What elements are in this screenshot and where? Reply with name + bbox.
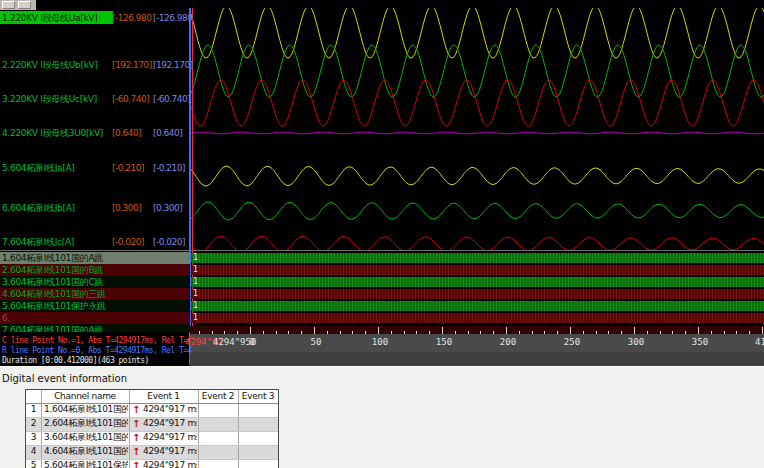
waveform-trace bbox=[190, 132, 764, 134]
table-grid-hline bbox=[26, 459, 278, 460]
analog-channel-label[interactable]: 4.220KV I段母线3U0[kV] bbox=[2, 128, 112, 139]
table-grid-vline bbox=[238, 390, 239, 468]
table-cell-channel-name: 3.604柘泉I线101国的C跳 bbox=[44, 431, 128, 444]
event-rise-arrow-icon: ↑ bbox=[132, 459, 142, 468]
time-axis-label: 100 bbox=[370, 336, 390, 348]
table-grid-vline bbox=[129, 390, 130, 468]
table-cell-event1: 4294"917 ms bbox=[143, 445, 197, 458]
analog-channel-value-instant: [-60.740] bbox=[112, 94, 153, 105]
analog-channel-label[interactable]: 3.220KV I段母线Uc[kV] bbox=[2, 94, 112, 105]
table-header-event2: Event 2 bbox=[198, 390, 238, 403]
time-axis-label: 350 bbox=[690, 336, 710, 348]
time-axis-band: 4294"91 4294"950 05010015020025030035041 bbox=[190, 334, 764, 352]
table-cell-row-number: 4 bbox=[26, 445, 41, 458]
ruler-tick bbox=[762, 327, 763, 334]
table-grid-vline bbox=[41, 390, 42, 468]
digital-channel-bar: 1 bbox=[191, 313, 764, 323]
analog-channel-value-cursor: [0.300] bbox=[153, 203, 193, 214]
waveform-trace bbox=[190, 80, 764, 126]
ruler-tick bbox=[250, 327, 251, 334]
analog-channel-value-instant: [-0.020] bbox=[112, 237, 153, 248]
analog-channel-value-instant: [192.170] bbox=[112, 60, 153, 71]
table-cell-channel-name: 5.604柘泉I线101保护永跳 bbox=[44, 459, 128, 468]
table-cell-channel-name: 4.604柘泉I线101国的三跳 bbox=[44, 445, 128, 458]
digital-event-panel: Digital event information Channel nameEv… bbox=[0, 366, 764, 468]
digital-channel-label-clipped[interactable]: 7.604柘泉I线101国的A跳 bbox=[0, 324, 190, 332]
table-row[interactable]: 55.604柘泉I线101保护永跳↑4294"917 ms bbox=[26, 459, 278, 468]
digital-channel-label[interactable]: 1.604柘泉I线101国的A跳 bbox=[0, 252, 190, 264]
waveform-trace bbox=[190, 166, 764, 186]
fault-recorder-window: 4294"91 4294"950 05010015020025030035041… bbox=[0, 0, 764, 468]
analog-channel-value-instant: [0.640] bbox=[112, 128, 153, 139]
table-cell-event1: 4294"917 ms bbox=[143, 403, 197, 416]
duration-status: Duration [0:00.412000](463 points) bbox=[2, 356, 191, 366]
table-cell-row-number: 2 bbox=[26, 417, 41, 430]
c-cursor-status: C line Point No.=1, Abs T=4294917ms, Rel… bbox=[2, 336, 191, 346]
r-cursor-status: R line Point No.=0, Abs T=4294917ms, Rel… bbox=[2, 346, 191, 356]
window-button-2[interactable] bbox=[18, 1, 31, 9]
digital-event-table: Channel nameEvent 1Event 2Event 311.604柘… bbox=[25, 389, 279, 468]
analog-channel-value-instant: [-0.210] bbox=[112, 163, 153, 174]
digital-channel-label[interactable]: 4.604柘泉I线101国的三跳 bbox=[0, 288, 190, 300]
analog-channel-value-cursor: [192.170] bbox=[153, 60, 193, 71]
digital-channel-label[interactable]: 2.604柘泉I线101国的B跳 bbox=[0, 264, 190, 276]
analog-channel-value-cursor: [-0.020] bbox=[153, 237, 193, 248]
table-row[interactable]: 22.604柘泉I线101国的B跳↑4294"917 ms bbox=[26, 417, 278, 431]
digital-channel-label[interactable]: 5.604柘泉I线101保护永跳 bbox=[0, 300, 190, 312]
digital-channel-label[interactable]: 3.604柘泉I线101国的C跳 bbox=[0, 276, 190, 288]
table-grid-hline bbox=[26, 417, 278, 418]
table-cell-event1: 4294"917 ms bbox=[143, 417, 197, 430]
table-grid-hline bbox=[26, 431, 278, 432]
event-rise-arrow-icon: ↑ bbox=[132, 403, 142, 416]
time-axis-label: 50 bbox=[306, 336, 326, 348]
window-button-1[interactable] bbox=[2, 1, 15, 9]
analog-waveform-plot bbox=[190, 8, 764, 250]
digital-event-panel-title: Digital event information bbox=[2, 373, 127, 384]
table-row[interactable]: 11.604柘泉I线101国的A跳↑4294"917 ms bbox=[26, 403, 278, 417]
digital-channel-bar: 1 bbox=[191, 301, 764, 311]
time-axis-label: 300 bbox=[626, 336, 646, 348]
analog-digital-separator bbox=[0, 250, 764, 251]
event-rise-arrow-icon: ↑ bbox=[132, 417, 142, 430]
event-rise-arrow-icon: ↑ bbox=[132, 431, 142, 444]
digital-state-marker: 1 bbox=[193, 277, 198, 287]
table-row[interactable]: 33.604柘泉I线101国的C跳↑4294"917 ms bbox=[26, 431, 278, 445]
time-ruler[interactable] bbox=[190, 326, 764, 334]
time-axis-label: 150 bbox=[434, 336, 454, 348]
table-header-event3: Event 3 bbox=[238, 390, 278, 403]
digital-state-marker: 1 bbox=[193, 313, 198, 323]
table-cell-event1: 4294"917 ms bbox=[143, 431, 197, 444]
table-row[interactable]: 44.604柘泉I线101国的三跳↑4294"917 ms bbox=[26, 445, 278, 459]
digital-channel-bar: 1 bbox=[191, 253, 764, 263]
analog-channel-value-cursor: [0.640] bbox=[153, 128, 193, 139]
table-cell-row-number: 1 bbox=[26, 403, 41, 416]
digital-channel-bar: 1 bbox=[191, 277, 764, 287]
time-axis-label: 250 bbox=[562, 336, 582, 348]
analog-channel-label[interactable]: 1.220KV I段母线Ua[kV] bbox=[2, 13, 112, 24]
ruler-tick bbox=[698, 327, 699, 334]
ruler-tick bbox=[570, 327, 571, 334]
event-rise-arrow-icon: ↑ bbox=[132, 445, 142, 458]
analog-channel-label[interactable]: 7.604柘泉I线Ic[A] bbox=[2, 237, 112, 248]
analog-channel-value-cursor: [-0.210] bbox=[153, 163, 193, 174]
analog-channel-label[interactable]: 2.220KV I段母线Ub[kV] bbox=[2, 60, 112, 71]
digital-state-marker: 1 bbox=[193, 301, 198, 311]
ruler-tick bbox=[314, 327, 315, 334]
table-cell-channel-name: 2.604柘泉I线101国的B跳 bbox=[44, 417, 128, 430]
plot-bottom-band bbox=[190, 352, 764, 366]
digital-state-marker: 1 bbox=[193, 265, 198, 275]
analog-channel-label[interactable]: 6.604柘泉I线Ib[A] bbox=[2, 203, 112, 214]
analog-channel-label[interactable]: 5.604柘泉I线Ia[A] bbox=[2, 163, 112, 174]
table-header-event1: Event 1 bbox=[129, 390, 198, 403]
ruler-tick bbox=[378, 327, 379, 334]
ruler-tick bbox=[634, 327, 635, 334]
analog-channel-value-instant: [0.300] bbox=[112, 203, 153, 214]
table-cell-channel-name: 1.604柘泉I线101国的A跳 bbox=[44, 403, 128, 416]
digital-channel-label[interactable]: 6. bbox=[0, 312, 190, 324]
time-axis-label: 0 bbox=[242, 336, 262, 348]
toolbar-fragment bbox=[0, 0, 36, 10]
time-axis-label-clipped: 41 bbox=[755, 336, 764, 348]
digital-channel-bar: 1 bbox=[191, 289, 764, 299]
table-header-channel-name: Channel name bbox=[41, 390, 129, 403]
table-grid-vline bbox=[198, 390, 199, 468]
